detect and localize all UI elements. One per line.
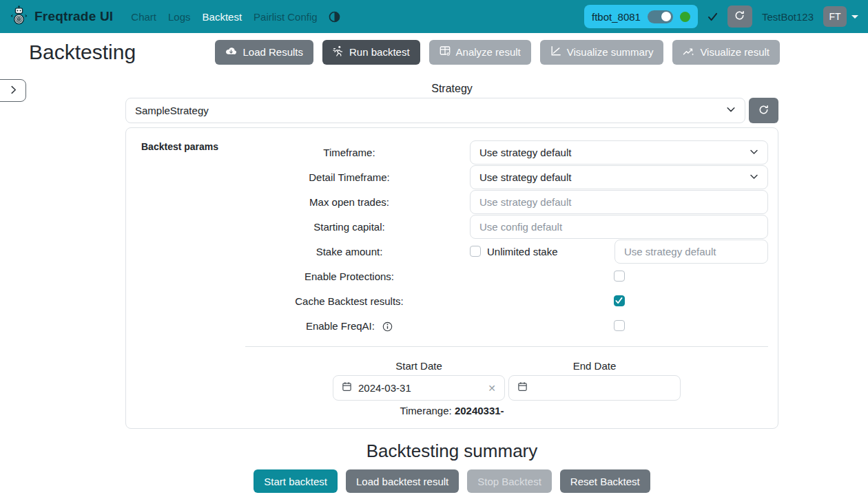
graph-up-arrow-icon	[683, 46, 694, 59]
brand[interactable]: Freqtrade UI	[10, 5, 113, 28]
strategy-label: Strategy	[125, 83, 778, 95]
form-row-timeframe: Timeframe: Use strategy default	[245, 140, 768, 165]
chevron-right-icon	[10, 85, 17, 96]
button-label: Visualize summary	[567, 46, 654, 58]
button-label: Visualize result	[700, 46, 769, 58]
cache-results-checkbox[interactable]	[614, 295, 625, 306]
start-backtest-button[interactable]: Start backtest	[254, 469, 338, 493]
header-buttons: Load Results Run backtest	[215, 40, 780, 65]
detail-timeframe-label: Detail Timeframe:	[245, 171, 453, 183]
nav-item-logs[interactable]: Logs	[168, 11, 191, 23]
chevron-down-icon	[726, 105, 736, 116]
chevron-down-icon	[851, 15, 858, 19]
button-label: Load Results	[242, 46, 303, 58]
end-date-label: End Date	[508, 360, 681, 372]
account-menu[interactable]: FT	[823, 6, 858, 27]
stake-amount-label: Stake amount:	[245, 246, 453, 257]
nav-item-backtest[interactable]: Backtest	[203, 11, 242, 23]
visualize-summary-button[interactable]: Visualize summary	[540, 40, 664, 65]
form-row-enable-freqai: Enable FreqAI:	[245, 313, 768, 338]
button-label: Analyze result	[456, 46, 521, 58]
start-date-label: Start Date	[333, 360, 505, 372]
form-row-starting-capital: Starting capital:	[245, 214, 768, 239]
enable-freqai-checkbox[interactable]	[614, 320, 625, 331]
backtest-params-card: Backtest params Timeframe: Use strategy …	[125, 127, 778, 429]
starting-capital-label: Starting capital:	[245, 221, 453, 233]
form-row-enable-protections: Enable Protections:	[245, 264, 768, 288]
reload-icon	[758, 105, 769, 117]
date-range: Start Date 2024-03-31 ✕	[245, 360, 768, 401]
unlimited-stake-label: Unlimited stake	[487, 246, 558, 257]
form-row-max-open-trades: Max open trades:	[245, 189, 768, 214]
card-legend: Backtest params	[141, 141, 218, 152]
timeframe-label: Timeframe:	[245, 147, 453, 158]
calendar-icon	[342, 381, 352, 394]
chevron-down-icon	[750, 147, 758, 158]
app-root: Freqtrade UI Chart Logs Backtest Pairlis…	[0, 0, 868, 497]
enable-protections-label: Enable Protections:	[245, 271, 453, 282]
expand-left-panel-button[interactable]	[0, 79, 26, 102]
stake-amount-input[interactable]	[614, 240, 768, 264]
cache-results-label: Cache Backtest results:	[245, 295, 453, 307]
chevron-down-icon	[750, 171, 758, 183]
strategy-select[interactable]: SampleStrategy	[125, 98, 745, 123]
reload-icon	[734, 10, 745, 23]
enable-freqai-label: Enable FreqAI:	[306, 320, 375, 332]
online-status-dot	[680, 12, 690, 22]
backtest-form: Timeframe: Use strategy default Detail T…	[245, 140, 768, 401]
timerange-display: Timerange: 20240331-	[137, 405, 767, 416]
bot-name: ftbot_8081	[592, 11, 641, 23]
timerange-value: 20240331-	[455, 405, 504, 416]
start-date-col: Start Date 2024-03-31 ✕	[333, 360, 505, 401]
avatar: FT	[823, 6, 847, 27]
page-title: Backtesting	[29, 41, 136, 64]
end-date-input[interactable]	[508, 375, 681, 401]
reload-strategies-button[interactable]	[749, 98, 778, 123]
strategy-row: SampleStrategy	[125, 98, 778, 123]
start-date-value: 2024-03-31	[358, 382, 482, 394]
summary-buttons: Start backtest Load backtest result Stop…	[125, 469, 778, 493]
detail-timeframe-value: Use strategy default	[479, 171, 750, 183]
load-results-button[interactable]: Load Results	[215, 40, 313, 65]
timerange-label: Timerange:	[400, 405, 451, 416]
check-icon	[707, 12, 718, 21]
theme-toggle-icon[interactable]	[329, 11, 340, 23]
analyze-result-button[interactable]: Analyze result	[429, 40, 531, 65]
unlimited-stake-checkbox[interactable]	[470, 246, 481, 257]
bot-selector[interactable]: ftbot_8081	[584, 5, 698, 28]
form-row-cache-results: Cache Backtest results:	[245, 288, 768, 313]
enable-protections-checkbox[interactable]	[614, 271, 625, 282]
reset-backtest-button[interactable]: Reset Backtest	[560, 469, 650, 493]
brand-title: Freqtrade UI	[34, 9, 113, 24]
detail-timeframe-select[interactable]: Use strategy default	[470, 165, 768, 189]
starting-capital-input[interactable]	[470, 215, 768, 239]
nav-item-chart[interactable]: Chart	[131, 11, 156, 23]
cloud-download-icon	[225, 46, 237, 58]
refresh-bot-button[interactable]	[727, 6, 752, 28]
start-date-input[interactable]: 2024-03-31 ✕	[333, 375, 505, 401]
backtest-content: Strategy SampleStrategy Backtest params	[125, 83, 778, 493]
navbar-right: ftbot_8081 TestBot123 FT	[584, 5, 858, 28]
navbar: Freqtrade UI Chart Logs Backtest Pairlis…	[0, 0, 868, 33]
button-label: Run backtest	[349, 46, 410, 58]
summary-title: Backtesting summary	[125, 441, 778, 462]
bot-toggle[interactable]	[648, 10, 673, 23]
max-open-trades-input[interactable]	[470, 190, 768, 214]
stop-backtest-button[interactable]: Stop Backtest	[467, 469, 552, 493]
run-backtest-button[interactable]: Run backtest	[322, 40, 420, 65]
table-gear-icon	[440, 45, 451, 59]
timeframe-value: Use strategy default	[479, 147, 750, 158]
robot-logo-icon	[10, 5, 28, 28]
visualize-result-button[interactable]: Visualize result	[672, 40, 780, 65]
person-running-icon	[333, 45, 344, 59]
page-header: Backtesting Load Results R	[0, 33, 868, 65]
bot-username: TestBot123	[762, 11, 814, 23]
clear-date-icon[interactable]: ✕	[488, 383, 496, 394]
load-backtest-result-button[interactable]: Load backtest result	[346, 469, 459, 493]
max-open-trades-label: Max open trades:	[245, 196, 453, 208]
nav-item-pairlist-config[interactable]: Pairlist Config	[254, 11, 318, 23]
strategy-selected-value: SampleStrategy	[135, 105, 726, 116]
timeframe-select[interactable]: Use strategy default	[470, 140, 768, 165]
info-circle-icon[interactable]	[382, 321, 393, 332]
nav-links: Chart Logs Backtest Pairlist Config	[131, 11, 317, 23]
